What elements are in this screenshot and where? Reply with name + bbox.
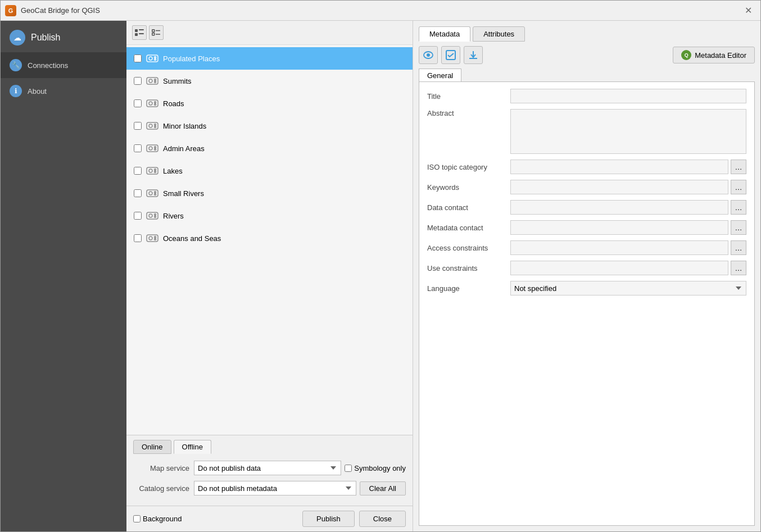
eye-button[interactable] [419,46,438,64]
list-item[interactable]: Minor Islands [126,115,413,137]
layer-name: Minor Islands [163,122,206,130]
svg-rect-3 [139,33,144,34]
list-item[interactable]: Small Rivers [126,182,413,204]
list-item[interactable]: Roads [126,92,413,115]
select-all-button[interactable] [132,25,147,40]
layer-type-icon [146,75,158,87]
metadata-contact-field-row: Metadata contact … [427,220,746,235]
keywords-label: Keywords [427,183,506,192]
access-constraints-browse-button[interactable]: … [731,240,746,255]
right-section: Metadata Attributes [413,21,760,531]
title-label: Title [427,92,506,101]
tab-online[interactable]: Online [133,440,171,454]
layer-checkbox[interactable] [134,99,142,107]
sidebar-nav: 🔧 Connections ℹ About [1,52,126,104]
background-checkbox[interactable] [133,515,141,522]
layer-name: Roads [163,99,184,108]
layer-checkbox[interactable] [134,189,142,197]
layer-name: Admin Areas [163,144,205,153]
metadata-form: Title Abstract ISO topic category [419,81,755,526]
sidebar-about-label: About [28,87,47,96]
keywords-input[interactable] [510,180,728,194]
svg-point-34 [149,169,152,172]
symbology-only-checkbox[interactable] [345,465,352,472]
list-item[interactable]: Populated Places [126,47,413,70]
sidebar: ☁ Publish 🔧 Connections ℹ About [1,21,126,531]
use-constraints-browse-button[interactable]: … [731,261,746,275]
access-constraints-input[interactable] [510,240,728,255]
publish-tabs: Online Offline [133,440,406,454]
layer-name: Oceans and Seas [163,234,221,243]
publish-button[interactable]: Publish [302,511,355,527]
layer-name: Rivers [163,212,184,220]
svg-point-29 [149,147,152,150]
use-constraints-input[interactable] [510,261,728,275]
abstract-textarea[interactable] [510,109,746,154]
list-item[interactable]: Rivers [126,204,413,227]
layer-type-icon [146,165,158,177]
catalog-service-select[interactable]: Do not publish metadata GeoNetwork CSW [194,481,356,495]
download-button[interactable] [464,46,483,64]
sidebar-item-connections[interactable]: 🔧 Connections [1,52,126,78]
metadata-contact-browse-button[interactable]: … [731,220,746,235]
title-input[interactable] [510,89,746,103]
catalog-service-row: Catalog service Do not publish metadata … [133,481,406,495]
data-contact-label: Data contact [427,203,506,212]
layer-name: Lakes [163,167,183,175]
svg-rect-0 [135,29,138,32]
svg-point-39 [149,192,152,195]
layer-checkbox[interactable] [134,212,142,220]
close-button[interactable]: ✕ [740,3,756,19]
iso-topic-input[interactable] [510,160,728,174]
keywords-field-row: Keywords … [427,180,746,194]
access-constraints-field-row: Access constraints … [427,240,746,255]
metadata-editor-button[interactable]: Q Metadata Editor [673,47,755,63]
map-service-wrap: Do not publish data GeoServer MapServer … [194,461,406,475]
layer-checkbox[interactable] [134,167,142,175]
data-contact-browse-button[interactable]: … [731,200,746,215]
layer-checkbox[interactable] [134,122,142,130]
svg-point-49 [149,237,152,240]
language-select[interactable]: Not specified English French German Span… [510,281,746,295]
layer-checkbox[interactable] [134,144,142,152]
svg-point-19 [149,102,152,105]
iso-topic-browse-button[interactable]: … [731,160,746,174]
layer-name: Small Rivers [163,189,204,198]
svg-point-24 [149,124,152,128]
close-button[interactable]: Close [359,511,406,527]
clear-all-button[interactable]: Clear All [360,481,406,495]
tab-metadata[interactable]: Metadata [419,26,470,42]
metadata-contact-input[interactable] [510,220,728,235]
window-body: ☁ Publish 🔧 Connections ℹ About [1,21,760,531]
metadata-contact-label: Metadata contact [427,224,506,232]
layers-toolbar [126,21,413,45]
language-field-row: Language Not specified English French Ge… [427,281,746,295]
data-contact-field-row: Data contact … [427,200,746,215]
svg-rect-5 [152,33,155,35]
list-item[interactable]: Lakes [126,160,413,182]
publish-header-icon: ☁ [10,30,25,46]
tab-offline[interactable]: Offline [174,440,211,454]
map-service-row: Map service Do not publish data GeoServe… [133,461,406,475]
tab-attributes[interactable]: Attributes [473,26,525,42]
map-service-select[interactable]: Do not publish data GeoServer MapServer [194,461,341,475]
deselect-all-button[interactable] [149,25,164,40]
layer-checkbox[interactable] [134,54,142,62]
layer-checkbox[interactable] [134,77,142,85]
list-item[interactable]: Oceans and Seas [126,227,413,249]
language-label: Language [427,284,506,293]
general-tab[interactable]: General [419,69,461,82]
svg-rect-4 [152,30,155,32]
use-constraints-field-row: Use constraints … [427,261,746,275]
list-item[interactable]: Summits [126,70,413,92]
svg-point-44 [149,214,152,217]
sidebar-item-about[interactable]: ℹ About [1,78,126,104]
layer-checkbox[interactable] [134,234,142,242]
metadata-tabs: Metadata Attributes [419,26,755,42]
use-constraints-wrap: … [510,261,746,275]
validate-button[interactable] [441,46,460,64]
list-item[interactable]: Admin Areas [126,137,413,160]
layer-type-icon [146,232,158,244]
keywords-browse-button[interactable]: … [731,180,746,194]
data-contact-input[interactable] [510,200,728,215]
